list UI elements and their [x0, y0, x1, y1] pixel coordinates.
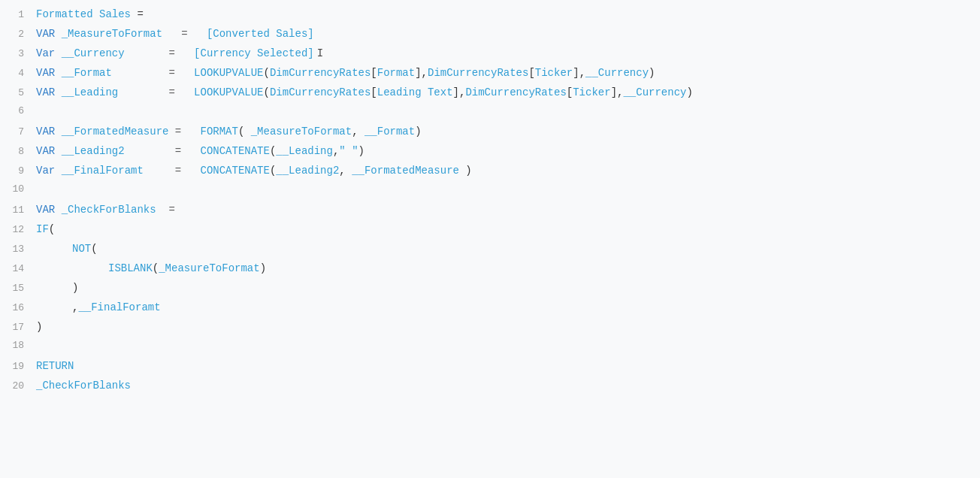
plain-token: ): [415, 126, 421, 138]
line-content: Var __Currency = [Currency Selected]I: [36, 45, 977, 62]
line-number: 12: [3, 222, 24, 238]
line-number: 17: [3, 320, 24, 336]
plain-token: [55, 126, 61, 138]
operator-token: =: [175, 126, 181, 138]
line-content: ,__FinalForamt: [36, 299, 977, 316]
plain-token: [118, 86, 168, 98]
code-line: 14ISBLANK(_MeasureToFormat): [0, 260, 980, 280]
var-name-token: DimCurrencyRates: [270, 67, 371, 79]
kw-var-token: VAR: [36, 145, 55, 157]
line-number: 1: [3, 8, 24, 23]
line-content: ISBLANK(_MeasureToFormat): [36, 260, 977, 277]
var-name-token: __Format: [62, 67, 112, 79]
operator-token: =: [175, 145, 181, 157]
line-number: 7: [3, 125, 24, 141]
line-number: 14: [3, 262, 24, 277]
code-line: 8VAR __Leading2 = CONCATENATE(__Leading,…: [0, 143, 980, 162]
text-cursor: I: [317, 45, 323, 62]
code-line: 13NOT(: [0, 241, 980, 260]
line-number: 3: [3, 47, 24, 62]
plain-token: (: [238, 126, 251, 138]
plain-token: ): [36, 321, 42, 333]
var-name-token: DimCurrencyRates: [465, 86, 566, 98]
code-line: 6: [0, 104, 980, 123]
plain-token: ): [459, 165, 472, 177]
line-number: 18: [3, 338, 24, 354]
line-number: 15: [3, 281, 24, 297]
var-name-token: __FinalForamt: [62, 165, 144, 177]
kw-return-token: RETURN: [36, 360, 74, 372]
line-content: NOT(: [36, 241, 977, 257]
line-content: VAR _MeasureToFormat = [Converted Sales]: [36, 26, 977, 42]
var-name-token: __Leading2: [62, 145, 125, 157]
plain-token: [156, 204, 169, 216]
line-number: 9: [3, 164, 24, 180]
line-number: 19: [3, 359, 24, 375]
code-editor[interactable]: 1Formatted Sales =2VAR _MeasureToFormat …: [0, 0, 980, 478]
code-line: 2VAR _MeasureToFormat = [Converted Sales…: [0, 26, 980, 45]
code-line: 11VAR _CheckForBlanks =: [0, 201, 980, 221]
plain-token: [55, 165, 61, 177]
plain-token: ,: [352, 126, 364, 138]
code-line: 12IF(: [0, 221, 980, 241]
plain-token: ): [260, 262, 266, 274]
line-content: VAR __Format = LOOKUPVALUE(DimCurrencyRa…: [36, 65, 977, 81]
plain-token: [125, 47, 169, 59]
plain-token: ],: [453, 86, 466, 98]
plain-token: [181, 145, 200, 157]
plain-token: [55, 204, 61, 216]
kw-var-token: Var: [36, 47, 55, 59]
line-number: 10: [3, 182, 24, 198]
operator-token: =: [168, 47, 174, 59]
line-number: 5: [3, 86, 24, 101]
code-line: 9Var __FinalForamt = CONCATENATE(__Leadi…: [0, 162, 980, 182]
operator-token: =: [168, 67, 174, 79]
var-name-token: Ticker: [573, 86, 610, 98]
kw-var-token: VAR: [36, 67, 55, 79]
plain-token: (: [264, 67, 270, 79]
var-name-token: __Currency: [62, 47, 125, 59]
line-content: ): [36, 319, 977, 335]
line-number: 16: [3, 301, 24, 316]
plain-token: ): [649, 67, 655, 79]
line-content: VAR __Leading2 = CONCATENATE(__Leading,"…: [36, 143, 977, 159]
line-number: 20: [3, 379, 24, 395]
plain-token: ): [686, 86, 692, 98]
code-line: 19RETURN: [0, 358, 980, 377]
line-content: VAR __FormatedMeasure = FORMAT( _Measure…: [36, 123, 977, 140]
line-number: 4: [3, 66, 24, 82]
code-line: 3Var __Currency = [Currency Selected]I: [0, 45, 980, 65]
line-content: ): [36, 280, 977, 296]
operator-token: =: [175, 165, 181, 177]
plain-token: ],: [573, 67, 585, 79]
plain-token: [: [371, 67, 377, 79]
plain-token: ,: [339, 165, 352, 177]
plain-token: [175, 67, 194, 79]
plain-token: [168, 126, 174, 138]
plain-token: [: [567, 86, 573, 98]
var-name-token: Ticker: [535, 67, 573, 79]
plain-token: [181, 165, 200, 177]
line-number: 13: [3, 242, 24, 258]
var-name-token: Formatted Sales: [36, 8, 131, 20]
line-content: RETURN: [36, 358, 977, 374]
plain-token: [175, 47, 194, 59]
var-name-token: DimCurrencyRates: [428, 67, 528, 79]
var-name-token: __Leading: [276, 145, 333, 157]
var-name-token: _CheckForBlanks: [36, 380, 131, 392]
code-line: 4VAR __Format = LOOKUPVALUE(DimCurrencyR…: [0, 65, 980, 84]
plain-token: [55, 47, 61, 59]
plain-token: [55, 28, 61, 40]
var-name-token: __FormatedMeasure: [352, 165, 459, 177]
func-name-token: CONCATENATE: [200, 145, 269, 157]
plain-token: (: [49, 223, 55, 235]
code-line: 5VAR __Leading = LOOKUPVALUE(DimCurrency…: [0, 84, 980, 104]
kw-isblank-token: ISBLANK: [108, 262, 153, 274]
code-line: 18: [0, 338, 980, 358]
plain-token: [112, 67, 169, 79]
line-number: 8: [3, 144, 24, 160]
var-name-token: Format: [377, 67, 415, 79]
var-name-token: __FormatedMeasure: [62, 126, 169, 138]
line-content: Formatted Sales =: [36, 6, 977, 23]
code-line: 1Formatted Sales =: [0, 6, 980, 26]
